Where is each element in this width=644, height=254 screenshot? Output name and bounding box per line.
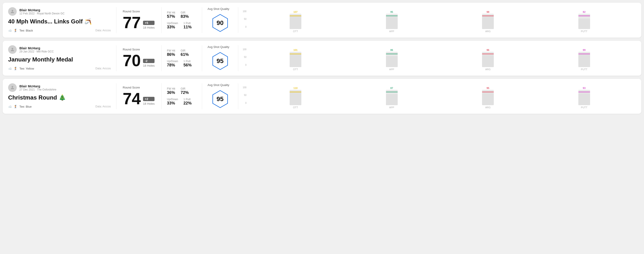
round-card: Blair McHarg 27 Dec 2021 · The Oxfordshi…	[3, 79, 641, 114]
score-number: 70	[123, 52, 141, 69]
player-info: Blair McHarg 12 Feb 2022 · Royal North D…	[20, 8, 64, 15]
score-details: -2 18 Holes	[143, 59, 154, 69]
data-source: Data: Arccos	[96, 67, 111, 70]
chart-group-putt: 82 PUTT	[536, 10, 632, 33]
score-main: 77 +5 18 Holes	[123, 14, 155, 31]
chart-group-arg: 98 ARG	[440, 10, 536, 33]
avatar	[8, 83, 17, 92]
player-row: Blair McHarg 27 Dec 2021 · The Oxfordshi…	[8, 83, 111, 92]
left-section: Blair McHarg 27 Dec 2021 · The Oxfordshi…	[8, 83, 116, 109]
round-title: Christmas Round 🎄	[8, 94, 111, 101]
fw-hit-stat: FW Hit 86%	[167, 49, 175, 57]
fw-hit-label: FW Hit	[167, 11, 175, 14]
one-putt-value: 22%	[184, 101, 192, 106]
player-info: Blair McHarg 29 Jan 2022 · Mill Ride GCC	[20, 46, 54, 53]
bottom-row: ☁️ 🏌️ Tee: Blue Data: Arccos	[8, 105, 111, 108]
gir-label: GIR	[181, 11, 189, 14]
chart-section: 100 50 0 110 OTT 87 APP 95 ARG	[238, 83, 636, 109]
chart-section: 100 50 0 101 OTT 86 APP 96 ARG	[238, 45, 636, 71]
player-info: Blair McHarg 27 Dec 2021 · The Oxfordshi…	[20, 84, 56, 91]
svg-point-0	[12, 10, 13, 11]
weather-icon: ☁️	[8, 67, 12, 70]
bag-icon: 🏌️	[14, 67, 18, 70]
round-score-label: Round Score	[123, 86, 155, 89]
gir-value: 72%	[181, 90, 189, 95]
gir-label: GIR	[181, 49, 189, 52]
one-putt-value: 56%	[184, 63, 192, 68]
gir-label: GIR	[181, 87, 189, 90]
score-details: +2 18 Holes	[143, 97, 154, 107]
gir-stat: GIR 61%	[181, 49, 189, 57]
chart-group-arg: 96 ARG	[440, 49, 536, 71]
up-down-label: Up/Down	[167, 98, 178, 101]
tee-label: Tee: Blue	[20, 105, 32, 108]
chart-group-putt: 93 PUTT	[536, 87, 632, 109]
stats-row-top: FW Hit 36% GIR 72%	[167, 87, 196, 95]
tee-label: Tee: Black	[20, 29, 33, 32]
player-name: Blair McHarg	[20, 46, 54, 50]
stats-section: FW Hit 86% GIR 61% Up/Down 78% 1 Putt 56…	[162, 45, 202, 71]
player-name: Blair McHarg	[20, 84, 56, 88]
gir-value: 83%	[181, 14, 189, 19]
avatar-icon	[10, 47, 15, 52]
player-row: Blair McHarg 29 Jan 2022 · Mill Ride GCC	[8, 45, 111, 54]
left-section: Blair McHarg 12 Feb 2022 · Royal North D…	[8, 7, 116, 33]
tee-info: ☁️ 🏌️ Tee: Yellow	[8, 67, 34, 70]
up-down-label: Up/Down	[167, 22, 178, 25]
gir-value: 61%	[181, 52, 189, 57]
stats-row-bottom: Up/Down 78% 1 Putt 56%	[167, 60, 196, 68]
score-holes: 18 Holes	[143, 26, 154, 29]
hex-score: 90	[216, 19, 224, 26]
quality-label: Avg Shot Quality	[208, 83, 230, 87]
tee-label: Tee: Yellow	[20, 67, 34, 70]
bag-icon: 🏌️	[14, 29, 18, 32]
quality-section: Avg Shot Quality 95	[202, 83, 238, 109]
stats-section: FW Hit 57% GIR 83% Up/Down 33% 1 Putt 11…	[162, 7, 202, 33]
score-section: Round Score 70 -2 18 Holes	[116, 45, 162, 71]
one-putt-stat: 1 Putt 22%	[184, 98, 192, 106]
one-putt-label: 1 Putt	[184, 98, 192, 101]
chart-group-ott: 110 OTT	[248, 87, 344, 109]
stats-row-bottom: Up/Down 33% 1 Putt 11%	[167, 22, 196, 29]
chart-group-app: 87 APP	[344, 87, 440, 109]
quality-section: Avg Shot Quality 90	[202, 7, 238, 33]
tee-info: ☁️ 🏌️ Tee: Black	[8, 29, 33, 32]
avatar-icon	[10, 85, 15, 90]
player-date: 27 Dec 2021 · The Oxfordshire	[20, 88, 56, 91]
up-down-label: Up/Down	[167, 60, 178, 63]
fw-hit-value: 36%	[167, 90, 175, 95]
avatar	[8, 7, 17, 16]
one-putt-stat: 1 Putt 11%	[184, 22, 192, 29]
gir-stat: GIR 83%	[181, 11, 189, 19]
score-holes: 18 Holes	[143, 64, 154, 67]
quality-section: Avg Shot Quality 95	[202, 45, 238, 71]
round-card: Blair McHarg 29 Jan 2022 · Mill Ride GCC…	[3, 41, 641, 76]
left-section: Blair McHarg 29 Jan 2022 · Mill Ride GCC…	[8, 45, 116, 71]
one-putt-label: 1 Putt	[184, 60, 192, 63]
data-source: Data: Arccos	[96, 29, 111, 32]
stats-row-top: FW Hit 57% GIR 83%	[167, 11, 196, 19]
one-putt-value: 11%	[184, 25, 192, 29]
score-main: 74 +2 18 Holes	[123, 91, 155, 107]
score-main: 70 -2 18 Holes	[123, 52, 155, 69]
score-details: +5 18 Holes	[143, 21, 154, 31]
hexagon-container: 95	[210, 89, 230, 109]
score-badge: -2	[143, 59, 154, 63]
fw-hit-stat: FW Hit 36%	[167, 87, 175, 95]
player-row: Blair McHarg 12 Feb 2022 · Royal North D…	[8, 7, 111, 16]
score-number: 77	[123, 14, 141, 31]
bottom-row: ☁️ 🏌️ Tee: Black Data: Arccos	[8, 29, 111, 32]
up-down-stat: Up/Down 78%	[167, 60, 178, 68]
weather-icon: ☁️	[8, 29, 12, 32]
score-number: 74	[123, 91, 141, 107]
hex-score: 95	[216, 57, 224, 65]
player-date: 12 Feb 2022 · Royal North Devon GC	[20, 12, 64, 15]
quality-label: Avg Shot Quality	[208, 7, 230, 10]
player-date: 29 Jan 2022 · Mill Ride GCC	[20, 50, 54, 53]
quality-label: Avg Shot Quality	[208, 45, 230, 49]
stats-row-top: FW Hit 86% GIR 61%	[167, 49, 196, 57]
hexagon-container: 95	[210, 51, 230, 71]
avatar-icon	[10, 9, 15, 14]
bottom-row: ☁️ 🏌️ Tee: Yellow Data: Arccos	[8, 67, 111, 70]
stats-section: FW Hit 36% GIR 72% Up/Down 33% 1 Putt 22…	[162, 83, 202, 109]
